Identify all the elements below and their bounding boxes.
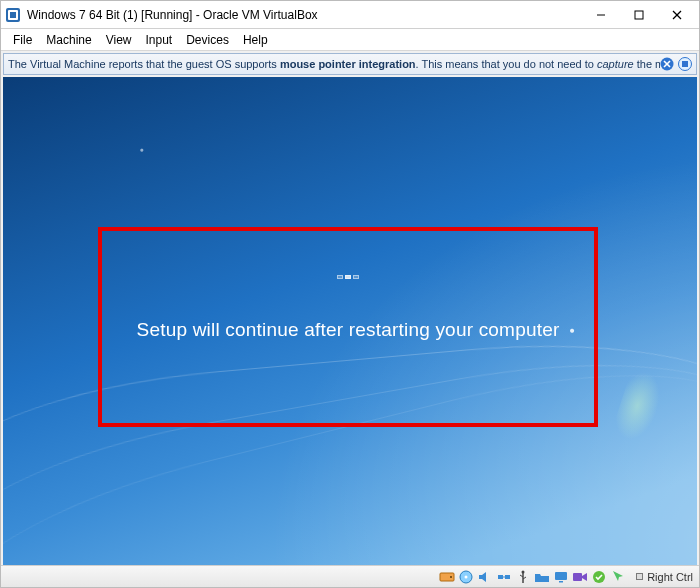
window-titlebar: Windows 7 64 Bit (1) [Running] - Oracle …: [1, 1, 699, 29]
menu-help[interactable]: Help: [237, 31, 274, 49]
svg-rect-11: [682, 61, 688, 67]
display-icon[interactable]: [553, 569, 569, 585]
hard-disk-icon[interactable]: [439, 569, 455, 585]
audio-icon[interactable]: [477, 569, 493, 585]
progress-dot: [345, 275, 351, 279]
window-controls: [583, 5, 695, 25]
progress-dot: [337, 275, 343, 279]
svg-rect-24: [559, 581, 563, 583]
window-title: Windows 7 64 Bit (1) [Running] - Oracle …: [27, 8, 583, 22]
svg-point-13: [450, 576, 452, 578]
banner-bold: mouse pointer integration: [280, 58, 416, 70]
network-icon[interactable]: [496, 569, 512, 585]
svg-rect-2: [10, 12, 16, 18]
info-banner: The Virtual Machine reports that the gue…: [3, 53, 697, 75]
statusbar: Right Ctrl: [1, 565, 699, 587]
guest-display[interactable]: Setup will continue after restarting you…: [3, 77, 697, 565]
guest-additions-icon[interactable]: [591, 569, 607, 585]
svg-rect-17: [505, 575, 510, 579]
svg-point-15: [465, 575, 468, 578]
banner-dismiss-icon[interactable]: [660, 57, 674, 71]
recording-icon[interactable]: [572, 569, 588, 585]
menu-file[interactable]: File: [7, 31, 38, 49]
setup-message: Setup will continue after restarting you…: [137, 319, 560, 341]
shared-folders-icon[interactable]: [534, 569, 550, 585]
info-banner-text: The Virtual Machine reports that the gue…: [8, 58, 660, 70]
svg-rect-4: [635, 11, 643, 19]
annotation-callout-box: Setup will continue after restarting you…: [98, 227, 598, 427]
banner-mid: . This means that you do not need to: [416, 58, 597, 70]
menu-input[interactable]: Input: [140, 31, 179, 49]
svg-rect-23: [555, 572, 567, 580]
close-button[interactable]: [659, 5, 695, 25]
host-key-square-icon: [636, 573, 643, 580]
menu-devices[interactable]: Devices: [180, 31, 235, 49]
banner-toggle-icon[interactable]: [678, 57, 692, 71]
host-key-indicator: Right Ctrl: [636, 571, 693, 583]
banner-post: the mouse pointer to be able to: [634, 58, 660, 70]
svg-rect-25: [573, 573, 582, 581]
usb-icon[interactable]: [515, 569, 531, 585]
virtualbox-app-icon: [5, 7, 21, 23]
progress-dot: [353, 275, 359, 279]
menu-machine[interactable]: Machine: [40, 31, 97, 49]
menu-view[interactable]: View: [100, 31, 138, 49]
minimize-button[interactable]: [583, 5, 619, 25]
svg-rect-16: [498, 575, 503, 579]
mouse-integration-icon[interactable]: [610, 569, 626, 585]
status-indicator-icons: [439, 569, 626, 585]
banner-italic: capture: [597, 58, 634, 70]
banner-pre: The Virtual Machine reports that the gue…: [8, 58, 280, 70]
maximize-button[interactable]: [621, 5, 657, 25]
setup-progress-dots: [337, 275, 359, 279]
menubar: File Machine View Input Devices Help: [1, 29, 699, 51]
optical-drive-icon[interactable]: [458, 569, 474, 585]
host-key-label: Right Ctrl: [647, 571, 693, 583]
